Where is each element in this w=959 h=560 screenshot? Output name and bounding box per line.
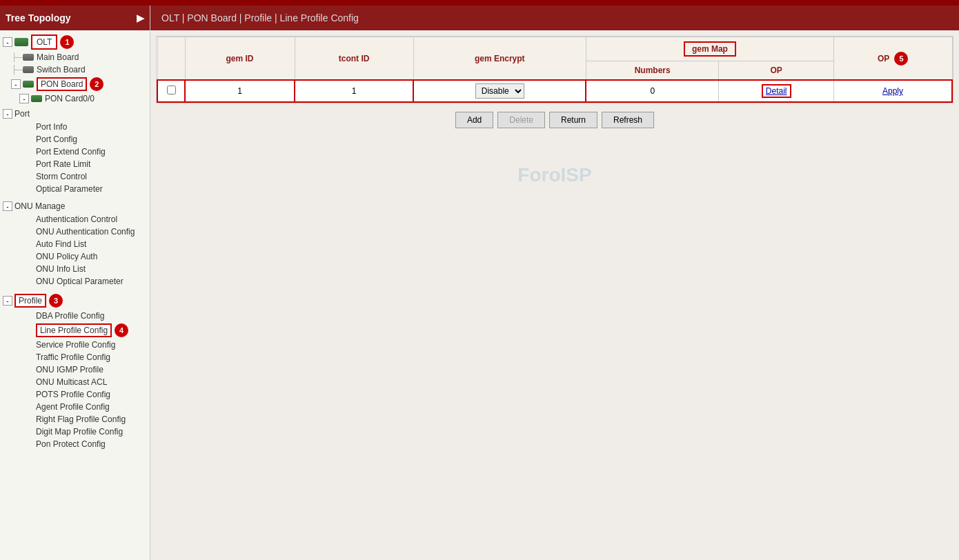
row-checkbox-cell[interactable]	[157, 80, 185, 102]
sidebar-item-digit-map-profile[interactable]: Digit Map Profile Config	[0, 426, 150, 438]
row-gem-map-numbers: 0	[586, 80, 719, 102]
return-button[interactable]: Return	[549, 112, 597, 128]
pon-board-badge: 2	[90, 77, 103, 91]
th-gem-map: gem Map	[586, 37, 833, 61]
table-row: 1 1 Disable Enable	[157, 80, 952, 102]
port-config-label: Port Config	[36, 134, 77, 144]
sidebar-item-onu-multicast-acl[interactable]: ONU Multicast ACL	[0, 376, 150, 388]
pon-board-icon	[23, 81, 34, 88]
sidebar-item-pon-card[interactable]: - PON Card0/0	[0, 92, 150, 105]
sidebar-item-main-board[interactable]: ├─ Main Board	[0, 51, 150, 63]
sidebar-item-storm-control[interactable]: Storm Control	[0, 170, 150, 183]
sidebar-item-dba-profile[interactable]: DBA Profile Config	[0, 310, 150, 322]
data-table: gem ID tcont ID gem Encrypt gem Map	[157, 37, 953, 103]
olt-label[interactable]: OLT	[31, 34, 57, 50]
gem-map-label: gem Map	[684, 41, 736, 57]
th-gem-map-op: OP	[719, 61, 834, 81]
sidebar-item-pon-protect-config[interactable]: Pon Protect Config	[0, 438, 150, 450]
gem-encrypt-select[interactable]: Disable Enable	[475, 83, 524, 99]
port-section-label: Port	[14, 109, 30, 119]
op-badge: 5	[894, 52, 908, 66]
connector-switch-board: ├─	[11, 65, 23, 74]
breadcrumb-text: OLT | PON Board | Profile | Line Profile…	[161, 12, 359, 23]
main-board-icon	[23, 54, 34, 61]
sidebar-item-agent-profile[interactable]: Agent Profile Config	[0, 401, 150, 413]
sidebar-item-port-extend-config[interactable]: Port Extend Config	[0, 146, 150, 158]
detail-link[interactable]: Detail	[762, 84, 791, 98]
sidebar-item-traffic-profile-config[interactable]: Traffic Profile Config	[0, 351, 150, 363]
row-checkbox[interactable]	[167, 86, 176, 94]
profile-section: - Profile 3 DBA Profile Config Line Prof…	[0, 290, 150, 452]
olt-toggle[interactable]: -	[3, 37, 12, 47]
sidebar-item-onu-optical-param[interactable]: ONU Optical Parameter	[0, 275, 150, 288]
row-gem-map-op[interactable]: Detail	[719, 80, 834, 102]
port-info-label: Port Info	[36, 122, 67, 132]
delete-button[interactable]: Delete	[497, 112, 545, 128]
sidebar-item-line-profile-config[interactable]: Line Profile Config 4	[0, 322, 150, 339]
content-panel: gem ID tcont ID gem Encrypt gem Map	[150, 30, 959, 560]
row-gem-encrypt[interactable]: Disable Enable	[413, 80, 586, 102]
watermark: ForoISP	[156, 137, 953, 214]
connector-main-board: ├─	[11, 52, 23, 62]
main-layout: Tree Topology ▶ - OLT 1 ├─ Main Board ├─…	[0, 6, 959, 560]
sidebar: Tree Topology ▶ - OLT 1 ├─ Main Board ├─…	[0, 6, 150, 560]
olt-badge: 1	[60, 35, 74, 49]
sidebar-item-pon-board[interactable]: - PON Board 2	[0, 76, 150, 92]
top-bar	[0, 0, 959, 6]
port-rate-limit-label: Port Rate Limit	[36, 159, 90, 169]
onu-manage-section: - ONU Manage Authentication Control ONU …	[0, 197, 150, 290]
profile-badge: 3	[49, 294, 63, 308]
port-section-header[interactable]: - Port	[0, 107, 150, 121]
add-button[interactable]: Add	[455, 112, 493, 128]
row-gem-id: 1	[185, 80, 295, 102]
breadcrumb: OLT | PON Board | Profile | Line Profile…	[150, 6, 959, 30]
sidebar-item-onu-auth-config[interactable]: ONU Authentication Config	[0, 226, 150, 238]
table-container: gem ID tcont ID gem Encrypt gem Map	[156, 36, 953, 103]
sidebar-item-service-profile-config[interactable]: Service Profile Config	[0, 339, 150, 351]
content-area: OLT | PON Board | Profile | Line Profile…	[150, 6, 959, 560]
line-profile-config-label[interactable]: Line Profile Config	[36, 323, 112, 337]
pon-board-label[interactable]: PON Board	[37, 77, 87, 91]
row-op[interactable]: Apply	[833, 80, 952, 102]
port-section: - Port Port Info Port Config Port Extend…	[0, 105, 150, 197]
sidebar-item-onu-policy-auth[interactable]: ONU Policy Auth	[0, 250, 150, 263]
sidebar-item-optical-parameter[interactable]: Optical Parameter	[0, 183, 150, 195]
sidebar-collapse-button[interactable]: ▶	[137, 12, 144, 23]
pon-card-icon	[31, 95, 42, 102]
sidebar-item-auto-find-list[interactable]: Auto Find List	[0, 238, 150, 250]
sidebar-item-onu-igmp-profile[interactable]: ONU IGMP Profile	[0, 363, 150, 376]
port-extend-config-label: Port Extend Config	[36, 147, 106, 157]
port-toggle[interactable]: -	[3, 109, 12, 119]
sidebar-item-right-flag-profile[interactable]: Right Flag Profile Config	[0, 413, 150, 426]
button-area: Add Delete Return Refresh	[156, 103, 953, 137]
line-profile-badge: 4	[115, 323, 128, 337]
refresh-button[interactable]: Refresh	[602, 112, 654, 128]
optical-parameter-label: Optical Parameter	[36, 184, 103, 194]
pon-card-toggle[interactable]: -	[19, 94, 29, 103]
sidebar-item-auth-control[interactable]: Authentication Control	[0, 213, 150, 226]
sidebar-item-olt[interactable]: - OLT 1	[0, 33, 150, 51]
sidebar-item-port-rate-limit[interactable]: Port Rate Limit	[0, 158, 150, 170]
profile-section-header[interactable]: - Profile 3	[0, 292, 150, 310]
sidebar-item-onu-info-list[interactable]: ONU Info List	[0, 263, 150, 275]
sidebar-item-port-config[interactable]: Port Config	[0, 133, 150, 146]
sidebar-item-port-info[interactable]: Port Info	[0, 121, 150, 133]
switch-board-label: Switch Board	[37, 65, 86, 74]
sidebar-item-switch-board[interactable]: ├─ Switch Board	[0, 63, 150, 76]
onu-manage-header[interactable]: - ONU Manage	[0, 199, 150, 213]
sidebar-tree: - OLT 1 ├─ Main Board ├─ Switch Board -	[0, 30, 150, 560]
th-gem-id: gem ID	[185, 37, 295, 81]
switch-board-icon	[23, 66, 34, 73]
th-checkbox	[157, 37, 185, 81]
apply-link[interactable]: Apply	[882, 86, 903, 96]
profile-toggle[interactable]: -	[3, 296, 12, 306]
onu-manage-label: ONU Manage	[14, 201, 65, 211]
profile-label[interactable]: Profile	[14, 294, 46, 308]
storm-control-label: Storm Control	[36, 172, 87, 181]
pon-board-toggle[interactable]: -	[11, 79, 21, 89]
olt-icon	[14, 38, 28, 46]
sidebar-title: Tree Topology	[6, 12, 71, 23]
sidebar-item-pots-profile[interactable]: POTS Profile Config	[0, 388, 150, 401]
onu-manage-toggle[interactable]: -	[3, 201, 12, 211]
sidebar-header: Tree Topology ▶	[0, 6, 150, 30]
